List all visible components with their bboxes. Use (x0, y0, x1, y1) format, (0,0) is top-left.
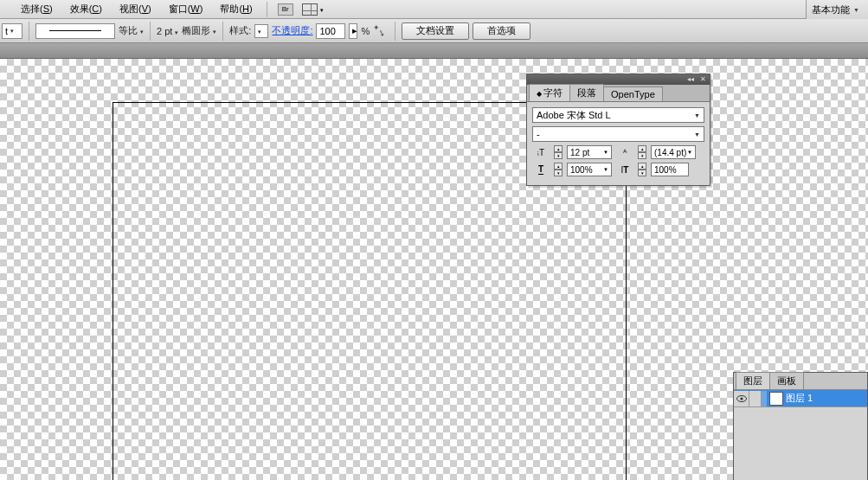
opacity-link[interactable]: 不透明度: (272, 24, 312, 37)
vertical-scale-icon: T (532, 163, 550, 176)
collapse-icon[interactable]: ◂◂ (685, 75, 696, 84)
close-icon[interactable]: ✕ (698, 75, 708, 84)
menu-view[interactable]: 视图(V) (111, 1, 160, 17)
layer-row[interactable]: 图层 1 (734, 390, 867, 407)
panel-tabstrip: ◆字符 段落 OpenType (527, 85, 710, 102)
layer-thumbnail[interactable] (769, 392, 783, 406)
chevron-down-icon: ▼ (853, 7, 859, 13)
font-size-icon: ᵢT (532, 145, 550, 159)
stroke-weight-dropdown[interactable]: 2 pt (157, 26, 178, 36)
opacity-slider-toggle[interactable]: ▸ (349, 23, 357, 39)
visibility-toggle[interactable] (734, 391, 749, 406)
font-family-select[interactable]: Adobe 宋体 Std L▼ (532, 107, 704, 123)
options-bar: t 等比 2 pt 椭圆形 样式: 不透明度: 100 ▸ % 文档设置 首选项 (0, 19, 868, 43)
character-panel: ◂◂ ✕ ◆字符 段落 OpenType Adobe 宋体 Std L▼ -▼ … (526, 74, 710, 186)
vertical-scale-spinner[interactable]: ▴▾ (554, 163, 563, 176)
tab-paragraph[interactable]: 段落 (569, 84, 604, 101)
tab-opentype[interactable]: OpenType (603, 86, 663, 101)
font-family-value: Adobe 宋体 Std L (537, 109, 611, 122)
stroke-preview[interactable] (35, 23, 115, 39)
divider (267, 2, 267, 17)
dock-strip (0, 43, 868, 59)
layer-color-bar (762, 391, 767, 406)
horizontal-scale-spinner[interactable]: ▴▾ (638, 163, 646, 176)
workspace-label: 基本功能 (812, 3, 850, 16)
horizontal-scale-icon: IT (616, 163, 633, 176)
font-style-value: - (537, 129, 540, 139)
font-size-input[interactable]: 12 pt▼ (567, 145, 612, 159)
percent-label: % (361, 26, 370, 36)
leading-spinner[interactable]: ▴▾ (638, 145, 646, 159)
tab-layers[interactable]: 图层 (736, 372, 770, 389)
doc-setup-button[interactable]: 文档设置 (402, 22, 469, 40)
tab-character[interactable]: ◆字符 (529, 84, 570, 101)
divider (29, 22, 29, 41)
lock-slot[interactable] (749, 391, 762, 406)
style-swatch[interactable] (254, 24, 268, 38)
opacity-input[interactable]: 100 (316, 23, 345, 39)
menu-effect[interactable]: 效果(C) (61, 1, 111, 17)
menu-select[interactable]: 选择(S) (12, 1, 61, 17)
divider (222, 22, 223, 41)
layers-empty-area (734, 407, 867, 480)
chevron-down-icon: ▼ (694, 112, 700, 118)
layers-tabstrip: 图层 画板 (734, 373, 867, 390)
leading-input[interactable]: (14.4 pt)▼ (651, 145, 696, 159)
preferences-button[interactable]: 首选项 (473, 22, 530, 40)
eye-icon (736, 395, 747, 402)
arrange-docs-icon[interactable] (302, 3, 318, 16)
panel-body: Adobe 宋体 Std L▼ -▼ ᵢT ▴▾ 12 pt▼ ᴬ ▴▾ (14… (527, 102, 710, 185)
leading-icon: ᴬ (616, 145, 633, 159)
font-style-select[interactable]: -▼ (532, 126, 704, 142)
tab-artboards[interactable]: 画板 (769, 372, 804, 389)
ratio-dropdown[interactable]: 等比 (119, 24, 144, 37)
divider (150, 22, 151, 41)
unit-dropdown[interactable]: t (2, 23, 23, 39)
layers-panel: 图层 画板 图层 1 (733, 372, 868, 480)
workspace-switcher[interactable]: 基本功能 ▼ (806, 0, 868, 19)
divider (395, 22, 395, 41)
font-size-spinner[interactable]: ▴▾ (554, 145, 563, 159)
stroke-profile-dropdown[interactable]: 椭圆形 (182, 24, 216, 37)
style-label: 样式: (229, 24, 251, 37)
bridge-button[interactable]: Br (278, 3, 293, 16)
vertical-scale-input[interactable]: 100%▼ (567, 163, 612, 176)
line-sample-icon (49, 30, 101, 31)
menu-bar: 选择(S) 效果(C) 视图(V) 窗口(W) 帮助(H) Br 基本功能 ▼ (0, 0, 868, 19)
menu-window[interactable]: 窗口(W) (160, 1, 212, 17)
active-indicator-icon: ◆ (537, 90, 542, 98)
menu-help[interactable]: 帮助(H) (211, 1, 260, 17)
svg-point-1 (740, 397, 743, 400)
chevron-down-icon: ▼ (694, 131, 700, 138)
recolor-icon[interactable] (373, 23, 389, 39)
layer-name[interactable]: 图层 1 (786, 392, 813, 405)
horizontal-scale-input[interactable]: 100% (651, 163, 689, 176)
